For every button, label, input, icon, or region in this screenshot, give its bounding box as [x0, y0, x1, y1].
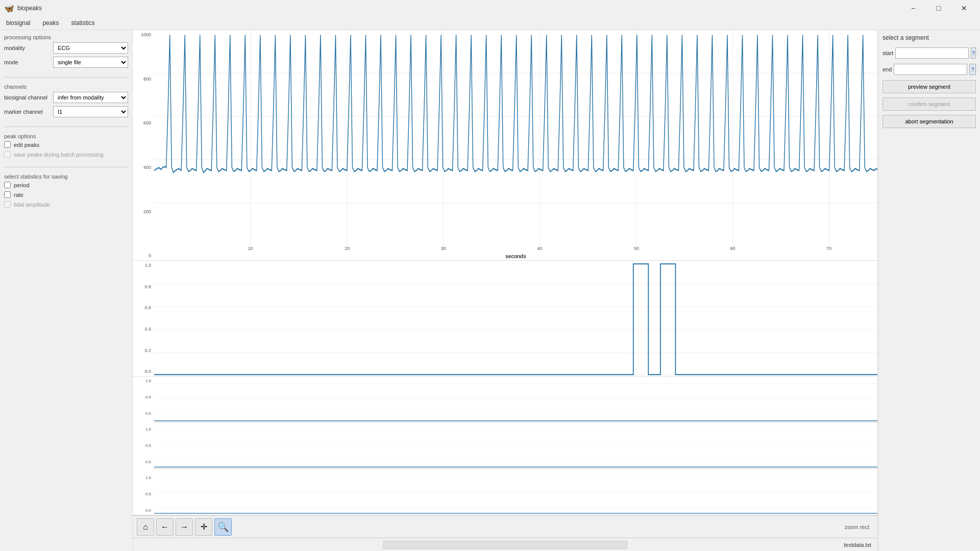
rate-row: rate	[4, 191, 128, 198]
xaxis-40: 40	[537, 246, 542, 251]
xaxis-title: seconds	[154, 254, 877, 259]
menu-statistics[interactable]: statistics	[65, 17, 101, 29]
ecg-y-0: 0	[134, 253, 153, 258]
xaxis-30: 30	[441, 246, 446, 251]
home-icon: ⌂	[143, 522, 148, 532]
marker-y-06: 0.6	[134, 305, 153, 310]
modality-label: modality	[4, 45, 50, 51]
tidal-amplitude-row: tidal amplitude	[4, 201, 128, 208]
bottom-toolbar: ⌂ ← → ✛ 🔍 zoom rect	[133, 515, 877, 538]
mode-select[interactable]: single file batch	[53, 57, 128, 68]
ecg-signal-svg	[154, 30, 877, 246]
start-label: start	[883, 50, 893, 56]
statistics-section: select statistics for saving period rate…	[4, 173, 128, 211]
processing-options-section: processing options modality ECG PPG RESP…	[4, 34, 128, 71]
zoom-button[interactable]: 🔍	[214, 518, 232, 536]
peak-options-title: peak options	[4, 133, 128, 139]
back-icon: ←	[161, 522, 169, 532]
sidebar: processing options modality ECG PPG RESP…	[0, 30, 133, 551]
ecg-chart-panel[interactable]: 1000 800 600 400 200 0	[133, 30, 877, 261]
titlebar-left: 🦋 biopeaks	[4, 4, 42, 13]
menu-biosignal[interactable]: biosignal	[0, 17, 36, 29]
rate-checkbox[interactable]	[4, 191, 11, 198]
titlebar: 🦋 biopeaks − □ ✕	[0, 0, 980, 16]
xaxis-10: 10	[248, 246, 253, 251]
main-layout: processing options modality ECG PPG RESP…	[0, 30, 980, 551]
bottom-chart-panel[interactable]: 1.0 0.5 0.0 1.0 0.5 0.0 1.0 0.5 0.0	[133, 377, 877, 515]
b-y3-10: 1.0	[134, 475, 153, 480]
period-checkbox[interactable]	[4, 182, 11, 188]
svg-rect-14	[154, 261, 877, 376]
start-pick-button[interactable]: ?	[971, 47, 976, 59]
channels-title: channels	[4, 84, 128, 90]
edit-peaks-checkbox[interactable]	[4, 141, 11, 148]
biosignal-channel-label: biosignal channel	[4, 94, 50, 101]
xaxis-60: 60	[730, 246, 736, 251]
abort-segmentation-button[interactable]: abort segmentation	[883, 115, 976, 128]
statusbar-right: testdata.txt	[627, 541, 871, 548]
xaxis-20: 20	[345, 246, 350, 251]
processing-options-title: processing options	[4, 34, 128, 40]
marker-channel-label: marker channel	[4, 109, 50, 115]
end-input[interactable]	[894, 64, 967, 75]
end-pick-button[interactable]: ?	[969, 64, 976, 75]
move-button[interactable]: ✛	[195, 518, 212, 536]
preview-segment-button[interactable]: preview segment	[883, 80, 976, 93]
end-label: end	[883, 66, 892, 72]
save-peaks-checkbox[interactable]	[4, 151, 11, 158]
ecg-y-1000: 1000	[134, 32, 153, 37]
right-panel-title: select a segment	[883, 34, 976, 41]
marker-y-10: 1.0	[134, 263, 153, 268]
divider-2	[4, 127, 128, 127]
menu-peaks[interactable]: peaks	[36, 17, 65, 29]
rate-label: rate	[14, 192, 23, 198]
maximize-button[interactable]: □	[927, 1, 950, 16]
charts-container: 1000 800 600 400 200 0	[133, 30, 877, 515]
period-row: period	[4, 182, 128, 188]
mode-row: mode single file batch	[4, 57, 128, 68]
biosignal-channel-row: biosignal channel infer from modality	[4, 92, 128, 103]
home-button[interactable]: ⌂	[137, 518, 154, 536]
forward-button[interactable]: →	[176, 518, 193, 536]
zoom-rect-label: zoom rect	[845, 524, 869, 530]
ecg-xaxis: 10 20 30 40 50 60 70 seconds	[154, 246, 877, 260]
b-y2-00: 0.0	[134, 460, 153, 464]
tidal-amplitude-label: tidal amplitude	[14, 202, 50, 208]
marker-y-04: 0.4	[134, 327, 153, 332]
marker-y-08: 0.8	[134, 284, 153, 289]
b-y3-05: 0.5	[134, 492, 153, 496]
end-row: end ?	[883, 64, 976, 75]
xaxis-50: 50	[634, 246, 639, 251]
forward-icon: →	[180, 522, 188, 532]
xaxis-70: 70	[826, 246, 831, 251]
right-panel: select a segment start ? end ? preview s…	[878, 30, 980, 551]
back-button[interactable]: ←	[156, 518, 174, 536]
biosignal-channel-select[interactable]: infer from modality	[53, 92, 128, 103]
confirm-segment-button[interactable]: confirm segment	[883, 97, 976, 111]
move-icon: ✛	[201, 522, 207, 532]
marker-y-02: 0.2	[134, 348, 153, 353]
save-peaks-label: save peaks during batch processing	[14, 152, 104, 158]
marker-chart-panel[interactable]: 1.0 0.8 0.6 0.4 0.2 0.0	[133, 261, 877, 377]
ecg-y-200: 200	[134, 209, 153, 214]
chart-area: 1000 800 600 400 200 0	[133, 30, 878, 551]
progress-bar	[383, 541, 628, 549]
start-input[interactable]	[895, 47, 969, 59]
minimize-button[interactable]: −	[901, 1, 925, 16]
close-button[interactable]: ✕	[952, 1, 976, 16]
app-icon: 🦋	[4, 4, 14, 13]
tidal-amplitude-checkbox[interactable]	[4, 201, 11, 208]
modality-select[interactable]: ECG PPG RESP	[53, 42, 128, 54]
marker-channel-row: marker channel I1	[4, 106, 128, 117]
bottom-signal-svg	[154, 377, 877, 515]
b-y1-10: 1.0	[134, 379, 153, 383]
marker-signal-svg	[154, 261, 877, 376]
divider-1	[4, 77, 128, 78]
statistics-title: select statistics for saving	[4, 173, 128, 180]
ecg-y-400: 400	[134, 165, 153, 170]
marker-channel-select[interactable]: I1	[53, 106, 128, 117]
marker-yaxis: 1.0 0.8 0.6 0.4 0.2 0.0	[133, 261, 154, 376]
mode-label: mode	[4, 59, 50, 65]
save-peaks-row: save peaks during batch processing	[4, 151, 128, 158]
ecg-y-800: 800	[134, 77, 153, 82]
